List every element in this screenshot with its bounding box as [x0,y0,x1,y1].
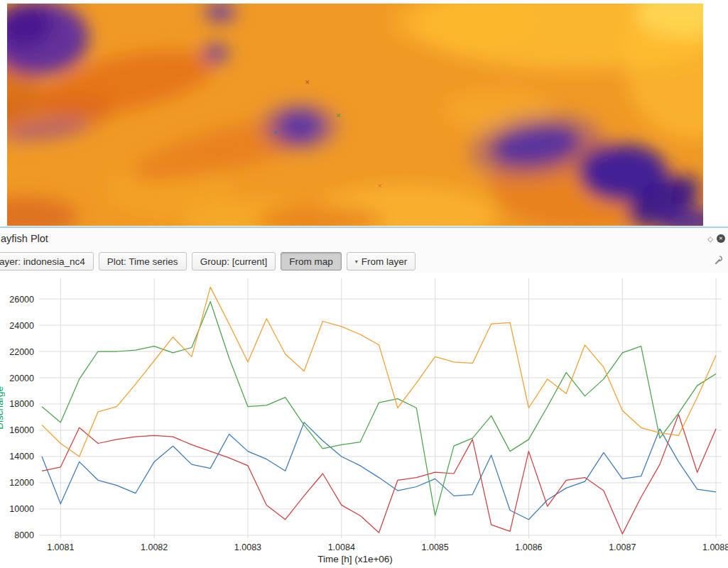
y-tick-label: 24000 [9,321,34,331]
dropdown-arrow-icon: ▾ [355,258,358,265]
map-marker-layer: ✕✕✕✕ [7,4,703,226]
y-tick-label: 14000 [9,452,34,462]
time-series-chart: 8000100001200014000160001800020000220002… [0,273,728,568]
y-tick-label: 20000 [9,373,34,383]
layer-select-button[interactable]: ayer: indonesia_nc4 [0,252,94,271]
map-marker-orange: ✕ [377,183,383,190]
x-tick-label: 1.0085 [422,542,449,552]
series-line-orange [42,287,716,457]
x-tick-label: 1.0088 [702,542,728,552]
group-select-button[interactable]: Group: [current] [192,252,276,271]
map-canvas[interactable]: ✕✕✕✕ [7,4,703,226]
map-marker-red: ✕ [305,80,310,86]
y-tick-label: 22000 [9,347,34,357]
series-line-blue [42,422,716,520]
x-tick-label: 1.0084 [328,542,355,552]
panel-header: ayfish Plot ◇ ✕ [0,228,728,249]
plot-toolbar: ayer: indonesia_nc4 Plot: Time series Gr… [0,249,728,273]
x-tick-label: 1.0083 [234,542,261,552]
y-tick-label: 26000 [9,295,34,305]
x-tick-label: 1.0081 [47,542,74,552]
from-map-button[interactable]: From map [281,252,342,271]
y-tick-label: 16000 [9,425,34,435]
x-axis-label: Time [h] (x1e+06) [317,554,393,564]
float-panel-icon[interactable]: ◇ [707,235,713,243]
map-marker-green: ✕ [336,113,342,119]
y-axis-label: Discharge [0,386,5,430]
series-line-green [42,302,716,516]
x-tick-label: 1.0087 [609,542,636,552]
from-layer-button[interactable]: ▾ From layer [347,252,416,271]
x-tick-label: 1.0086 [515,542,542,552]
plot-panel: ayfish Plot ◇ ✕ ayer: indonesia_nc4 Plot… [0,228,728,568]
plot-type-button[interactable]: Plot: Time series [99,252,187,271]
wrench-icon[interactable] [714,255,724,268]
chart-plot-area: 8000100001200014000160001800020000220002… [0,273,728,568]
panel-title: ayfish Plot [1,233,48,244]
map-marker-blue: ✕ [273,130,278,136]
y-tick-label: 18000 [9,399,34,409]
close-panel-icon[interactable]: ✕ [717,234,725,243]
from-layer-label: From layer [362,256,408,267]
x-tick-label: 1.0082 [141,542,168,552]
application-window: ✕✕✕✕ ayfish Plot ◇ ✕ ayer: indonesia_nc4… [0,0,728,568]
y-tick-label: 10000 [9,504,34,514]
y-tick-label: 8000 [14,530,34,540]
series-line-red [42,415,716,534]
y-tick-label: 12000 [9,478,34,488]
